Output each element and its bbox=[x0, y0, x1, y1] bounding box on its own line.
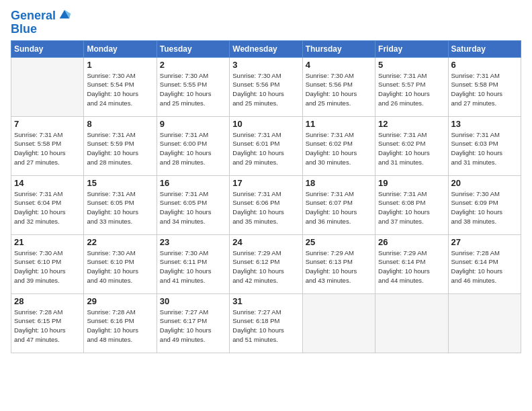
day-info-line: Sunrise: 7:27 AM bbox=[160, 308, 208, 316]
day-info: Sunrise: 7:31 AMSunset: 5:57 PMDaylight:… bbox=[378, 71, 445, 108]
day-info-line: Sunrise: 7:31 AM bbox=[87, 131, 135, 138]
day-number: 24 bbox=[232, 237, 299, 247]
day-info-line: and 25 minutes. bbox=[160, 99, 206, 107]
weekday-header-cell: Friday bbox=[375, 40, 448, 57]
day-info-line: and 27 minutes. bbox=[451, 99, 497, 107]
day-number: 12 bbox=[378, 119, 445, 129]
weekday-header-row: SundayMondayTuesdayWednesdayThursdayFrid… bbox=[11, 40, 521, 57]
day-info: Sunrise: 7:28 AMSunset: 6:15 PMDaylight:… bbox=[14, 308, 81, 345]
page: General Blue SundayMondayTuesdayWednesda… bbox=[0, 0, 532, 411]
day-info: Sunrise: 7:31 AMSunset: 6:02 PMDaylight:… bbox=[378, 130, 445, 167]
day-info-line: and 44 minutes. bbox=[378, 277, 424, 284]
day-info-line: Daylight: 10 hours bbox=[306, 90, 357, 97]
day-info-line: Sunrise: 7:30 AM bbox=[451, 190, 500, 197]
day-info: Sunrise: 7:27 AMSunset: 6:17 PMDaylight:… bbox=[160, 308, 226, 345]
day-info-line: and 37 minutes. bbox=[378, 218, 424, 225]
day-info-line: Daylight: 10 hours bbox=[160, 208, 212, 216]
day-info-line: Daylight: 10 hours bbox=[87, 208, 138, 216]
day-info: Sunrise: 7:31 AMSunset: 6:01 PMDaylight:… bbox=[232, 130, 299, 167]
day-number: 17 bbox=[232, 178, 299, 188]
calendar-week-row: 1Sunrise: 7:30 AMSunset: 5:54 PMDaylight… bbox=[11, 57, 521, 116]
day-info-line: Sunset: 6:10 PM bbox=[87, 258, 134, 265]
day-number: 27 bbox=[451, 237, 518, 247]
day-info-line: Sunrise: 7:30 AM bbox=[87, 72, 135, 79]
day-info-line: Sunrise: 7:30 AM bbox=[14, 249, 62, 257]
day-info-line: Sunrise: 7:31 AM bbox=[451, 131, 500, 138]
day-number: 11 bbox=[306, 119, 372, 129]
calendar-body: 1Sunrise: 7:30 AMSunset: 5:54 PMDaylight… bbox=[11, 57, 521, 353]
calendar-cell: 16Sunrise: 7:31 AMSunset: 6:05 PMDayligh… bbox=[157, 175, 229, 234]
calendar-cell: 19Sunrise: 7:31 AMSunset: 6:08 PMDayligh… bbox=[375, 175, 448, 234]
day-info-line: Sunset: 6:06 PM bbox=[232, 199, 279, 206]
day-info-line: and 40 minutes. bbox=[87, 277, 132, 284]
weekday-header-cell: Wednesday bbox=[230, 40, 302, 57]
calendar-cell: 23Sunrise: 7:30 AMSunset: 6:11 PMDayligh… bbox=[157, 234, 229, 293]
day-info-line: and 41 minutes. bbox=[160, 277, 206, 284]
day-info-line: Sunset: 6:11 PM bbox=[160, 258, 207, 265]
day-info-line: Sunset: 5:58 PM bbox=[14, 140, 61, 147]
day-info-line: Sunrise: 7:31 AM bbox=[160, 190, 208, 197]
day-info-line: Sunrise: 7:29 AM bbox=[378, 249, 427, 257]
day-info-line: and 33 minutes. bbox=[87, 218, 132, 225]
day-info-line: Sunset: 5:58 PM bbox=[451, 81, 498, 88]
day-info-line: Sunrise: 7:30 AM bbox=[232, 72, 281, 79]
calendar-cell: 29Sunrise: 7:28 AMSunset: 6:16 PMDayligh… bbox=[84, 293, 157, 353]
day-info-line: and 32 minutes. bbox=[14, 218, 60, 225]
day-info-line: Sunrise: 7:31 AM bbox=[306, 190, 354, 197]
day-info-line: and 26 minutes. bbox=[378, 99, 424, 107]
day-info-line: Sunrise: 7:31 AM bbox=[378, 190, 427, 197]
day-info-line: Sunrise: 7:28 AM bbox=[87, 308, 135, 316]
day-info-line: and 31 minutes. bbox=[451, 158, 497, 166]
day-info-line: Daylight: 10 hours bbox=[378, 267, 430, 275]
calendar-cell: 18Sunrise: 7:31 AMSunset: 6:07 PMDayligh… bbox=[302, 175, 375, 234]
calendar-cell: 6Sunrise: 7:31 AMSunset: 5:58 PMDaylight… bbox=[448, 57, 521, 116]
day-info: Sunrise: 7:29 AMSunset: 6:12 PMDaylight:… bbox=[232, 248, 299, 285]
day-number: 5 bbox=[378, 60, 445, 70]
day-info-line: and 35 minutes. bbox=[232, 218, 278, 225]
day-info-line: Sunrise: 7:31 AM bbox=[378, 72, 427, 79]
day-number: 8 bbox=[87, 119, 153, 129]
day-info: Sunrise: 7:30 AMSunset: 6:10 PMDaylight:… bbox=[14, 248, 81, 285]
day-number: 23 bbox=[160, 237, 226, 247]
day-info-line: Sunrise: 7:31 AM bbox=[14, 131, 62, 138]
calendar-cell: 24Sunrise: 7:29 AMSunset: 6:12 PMDayligh… bbox=[230, 234, 302, 293]
day-info-line: Daylight: 10 hours bbox=[87, 267, 138, 275]
calendar-cell: 8Sunrise: 7:31 AMSunset: 5:59 PMDaylight… bbox=[84, 116, 157, 175]
weekday-header-cell: Thursday bbox=[302, 40, 375, 57]
day-info-line: Sunset: 6:04 PM bbox=[14, 199, 61, 206]
day-info-line: Daylight: 10 hours bbox=[451, 90, 503, 97]
day-info-line: Daylight: 10 hours bbox=[232, 326, 284, 334]
day-number: 22 bbox=[87, 237, 153, 247]
day-number: 4 bbox=[306, 60, 372, 70]
day-info-line: Daylight: 10 hours bbox=[160, 326, 212, 334]
day-info: Sunrise: 7:30 AMSunset: 5:56 PMDaylight:… bbox=[306, 71, 372, 108]
day-info: Sunrise: 7:31 AMSunset: 5:59 PMDaylight:… bbox=[87, 130, 153, 167]
day-info-line: Sunset: 6:17 PM bbox=[160, 317, 207, 324]
day-info-line: Sunset: 5:54 PM bbox=[87, 81, 134, 88]
day-info-line: Daylight: 10 hours bbox=[232, 149, 284, 156]
calendar-cell: 22Sunrise: 7:30 AMSunset: 6:10 PMDayligh… bbox=[84, 234, 157, 293]
calendar-cell: 1Sunrise: 7:30 AMSunset: 5:54 PMDaylight… bbox=[84, 57, 157, 116]
calendar-cell: 30Sunrise: 7:27 AMSunset: 6:17 PMDayligh… bbox=[157, 293, 229, 353]
day-info-line: Daylight: 10 hours bbox=[378, 208, 430, 216]
day-info-line: Sunrise: 7:31 AM bbox=[14, 190, 62, 197]
day-info-line: Sunrise: 7:27 AM bbox=[232, 308, 281, 316]
day-number: 15 bbox=[87, 178, 153, 188]
day-info-line: Sunset: 6:18 PM bbox=[232, 317, 279, 324]
day-number: 1 bbox=[87, 60, 153, 70]
day-info: Sunrise: 7:31 AMSunset: 6:08 PMDaylight:… bbox=[378, 189, 445, 226]
day-info-line: Daylight: 10 hours bbox=[87, 149, 138, 156]
calendar-table: SundayMondayTuesdayWednesdayThursdayFrid… bbox=[11, 40, 521, 353]
day-info-line: Daylight: 10 hours bbox=[378, 149, 430, 156]
calendar-cell: 17Sunrise: 7:31 AMSunset: 6:06 PMDayligh… bbox=[230, 175, 302, 234]
day-info: Sunrise: 7:31 AMSunset: 6:02 PMDaylight:… bbox=[306, 130, 372, 167]
calendar-cell: 14Sunrise: 7:31 AMSunset: 6:04 PMDayligh… bbox=[11, 175, 84, 234]
day-number: 3 bbox=[232, 60, 299, 70]
day-number: 6 bbox=[451, 60, 518, 70]
day-info-line: and 51 minutes. bbox=[232, 336, 278, 343]
day-number: 30 bbox=[160, 296, 226, 306]
day-info-line: Sunset: 5:56 PM bbox=[232, 81, 279, 88]
day-info-line: Sunset: 6:12 PM bbox=[232, 258, 279, 265]
calendar-cell bbox=[302, 293, 375, 353]
calendar-cell: 27Sunrise: 7:28 AMSunset: 6:14 PMDayligh… bbox=[448, 234, 521, 293]
